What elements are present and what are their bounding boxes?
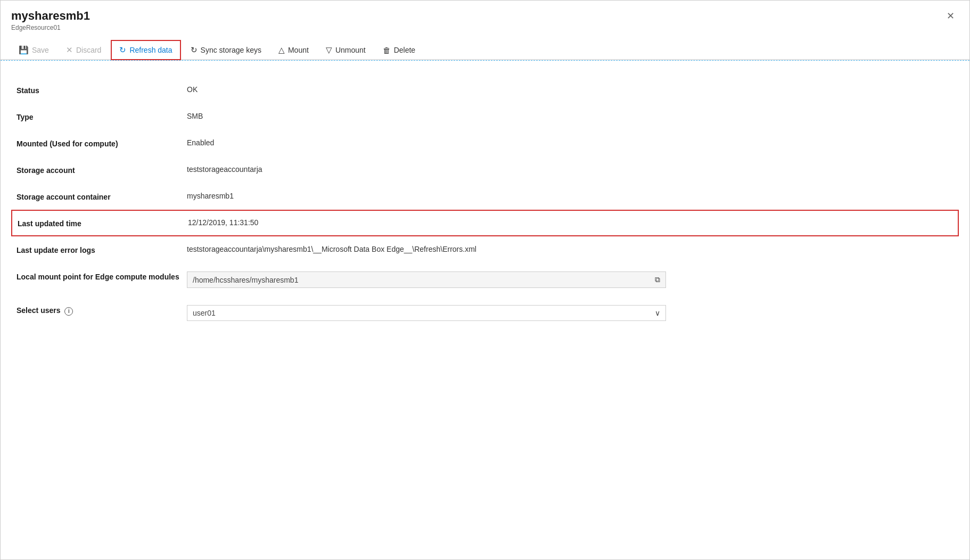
users-select-box[interactable]: user01 ∨: [187, 305, 666, 321]
delete-button[interactable]: 🗑 Delete: [375, 42, 423, 59]
mount-point-label: Local mount point for Edge compute modul…: [17, 271, 187, 281]
select-users-dropdown: user01 ∨: [187, 305, 953, 321]
save-label: Save: [32, 46, 49, 54]
status-value: OK: [187, 85, 953, 94]
mount-label: Mount: [288, 46, 309, 54]
window-title: mysharesmb1: [11, 9, 90, 23]
mounted-value: Enabled: [187, 138, 953, 147]
type-row: Type SMB: [17, 103, 953, 130]
window-subtitle: EdgeResource01: [11, 24, 90, 31]
discard-button[interactable]: ✕ Discard: [59, 41, 109, 59]
select-users-row: Select users i user01 ∨: [17, 297, 953, 330]
error-logs-row: Last update error logs teststorageaccoun…: [17, 236, 953, 263]
close-button[interactable]: ✕: [942, 9, 959, 23]
storage-container-label: Storage account container: [17, 192, 187, 201]
select-users-info-icon[interactable]: i: [64, 307, 73, 316]
last-updated-value: 12/12/2019, 11:31:50: [188, 218, 952, 227]
storage-container-value: mysharesmb1: [187, 192, 953, 200]
unmount-icon: ▽: [326, 45, 332, 55]
storage-account-label: Storage account: [17, 165, 187, 175]
type-value: SMB: [187, 112, 953, 120]
title-section: mysharesmb1 EdgeResource01: [11, 9, 90, 31]
users-selected-value: user01: [193, 309, 216, 317]
last-updated-label: Last updated time: [18, 218, 188, 228]
mount-point-value: /home/hcsshares/mysharesmb1: [193, 276, 298, 284]
status-row: Status OK: [17, 77, 953, 103]
chevron-down-icon: ∨: [655, 309, 660, 317]
mount-button[interactable]: △ Mount: [271, 41, 316, 59]
discard-icon: ✕: [66, 45, 73, 55]
save-icon: 💾: [19, 45, 29, 55]
delete-icon: 🗑: [383, 46, 391, 55]
unmount-label: Unmount: [335, 46, 366, 54]
sync-icon: ↻: [191, 45, 198, 55]
delete-label: Delete: [394, 46, 415, 54]
select-users-label: Select users i: [17, 305, 187, 316]
mounted-label: Mounted (Used for compute): [17, 138, 187, 148]
error-logs-label: Last update error logs: [17, 245, 187, 254]
refresh-button[interactable]: ↻ Refresh data: [111, 40, 180, 60]
mounted-row: Mounted (Used for compute) Enabled: [17, 130, 953, 157]
title-bar: mysharesmb1 EdgeResource01 ✕: [1, 1, 969, 36]
mount-point-box: /home/hcsshares/mysharesmb1 ⧉: [187, 271, 666, 288]
storage-account-row: Storage account teststorageaccountarja: [17, 157, 953, 183]
type-label: Type: [17, 112, 187, 121]
content-area: Status OK Type SMB Mounted (Used for com…: [1, 61, 969, 345]
error-logs-value: teststorageaccountarja\mysharesmb1\__Mic…: [187, 245, 953, 253]
refresh-icon: ↻: [119, 45, 126, 55]
storage-account-value: teststorageaccountarja: [187, 165, 953, 174]
sync-button[interactable]: ↻ Sync storage keys: [183, 41, 269, 59]
save-button[interactable]: 💾 Save: [11, 41, 56, 59]
copy-icon[interactable]: ⧉: [655, 275, 660, 284]
last-updated-row: Last updated time 12/12/2019, 11:31:50: [11, 210, 959, 236]
discard-label: Discard: [76, 46, 101, 54]
toolbar: 💾 Save ✕ Discard ↻ Refresh data ↻ Sync s…: [1, 36, 969, 60]
mount-icon: △: [278, 45, 285, 55]
refresh-label: Refresh data: [129, 46, 172, 54]
storage-container-row: Storage account container mysharesmb1: [17, 183, 953, 210]
unmount-button[interactable]: ▽ Unmount: [318, 41, 373, 59]
sync-label: Sync storage keys: [201, 46, 261, 54]
mount-point-input: /home/hcsshares/mysharesmb1 ⧉: [187, 271, 953, 288]
mount-point-row: Local mount point for Edge compute modul…: [17, 263, 953, 297]
main-window: mysharesmb1 EdgeResource01 ✕ 💾 Save ✕ Di…: [0, 0, 970, 560]
status-label: Status: [17, 85, 187, 95]
